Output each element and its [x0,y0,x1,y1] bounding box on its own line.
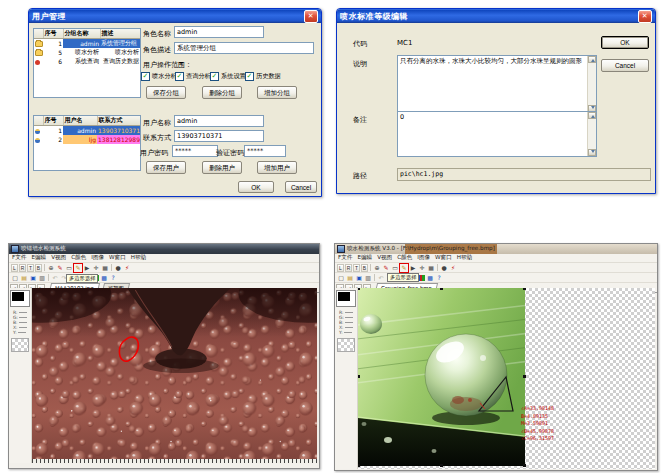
menu-view[interactable]: V视图 [51,254,66,262]
remark-textarea[interactable]: 0 [397,111,597,157]
circle-icon[interactable]: ● [440,264,448,272]
checkbox-system-settings[interactable]: ✓ 系统设置 [210,72,246,81]
scroll-down-icon[interactable] [588,149,596,156]
selection-handle[interactable] [440,464,443,467]
selection-handle[interactable] [440,288,443,290]
table-row[interactable]: 2 ljg 13812812989 [34,135,140,144]
circle-icon[interactable]: ● [114,264,122,272]
menu-file[interactable]: F文件 [338,254,352,262]
check-icon[interactable]: ✓ [141,72,150,81]
save-user-button[interactable]: 保存用户 [146,161,186,174]
checkbox-query-analysis[interactable]: ✓ 查询分析 [175,72,211,81]
save-icon[interactable]: ▣ [29,274,37,282]
table-row[interactable]: 1 admin 系统管理分组 [34,39,140,49]
tool-b-button[interactable]: B [361,264,368,272]
role-desc-field[interactable]: 系统管理分组 [174,42,314,54]
selection-handle[interactable] [358,464,360,467]
contact-field[interactable]: 13903710371 [174,130,264,142]
photo-canvas-leaf-droplet[interactable]: ∠A=33.98148 B=4.89135 M=3.59891 ∠B=45.99… [358,288,655,469]
scroll-up-icon[interactable] [588,56,596,63]
help-icon[interactable]: ? [435,274,443,282]
desc-textarea[interactable]: 只有分离的水珠，水珠大小比较均匀，大部分水珠呈规则的圆形 [397,55,597,113]
group-table[interactable]: 序号 分组名称 描述 1 admin 系统管理分组 5 喷水分析 喷水分析 [33,28,141,98]
delete-user-button[interactable]: 删除用户 [202,161,242,174]
menu-window[interactable]: W窗口 [435,254,452,262]
save-icon[interactable]: ▣ [355,274,363,282]
col-no[interactable]: 序号 [43,116,63,126]
selection-handle[interactable] [358,375,360,378]
pencil-icon[interactable]: ✎ [56,264,64,272]
undo-icon[interactable]: ↶ [51,274,59,282]
close-icon[interactable]: ✕ [304,10,318,23]
close-icon[interactable]: ✕ [638,10,652,23]
col-no[interactable]: 序号 [43,29,63,39]
path-field[interactable]: pic\hc1.jpg [397,168,651,181]
check-icon[interactable]: ✓ [245,72,254,81]
rect-select-icon[interactable]: ▭ [65,264,73,272]
help-icon[interactable]: ? [109,274,117,282]
print-icon[interactable]: ▥ [38,274,46,282]
delete-group-button[interactable]: 删除分组 [202,86,242,99]
ok-button[interactable]: OK [601,36,649,49]
leaf-droplet-photo[interactable] [358,288,525,466]
menu-window[interactable]: W窗口 [109,254,126,262]
image-icon[interactable]: ▩ [100,274,108,282]
selection-handle[interactable] [523,375,526,378]
menu-view[interactable]: V视图 [377,254,392,262]
flash-icon[interactable]: ⚡ [123,264,131,272]
add-user-button[interactable]: 增加用户 [257,161,297,174]
foreground-color-swatch[interactable] [336,290,356,307]
col-desc[interactable]: 描述 [100,29,140,39]
open-icon[interactable]: ▤ [346,274,354,282]
zoom-icon[interactable]: ⊕ [373,264,381,272]
password-field[interactable]: ***** [172,145,218,157]
window-titlebar[interactable]: 喷水检测系统 V3.0 - [F:\Hydrop\m\Grouping_free… [335,244,657,254]
table-row[interactable]: 1 admin 13903710371 [34,126,140,136]
polygon-select-icon[interactable]: ✎ [400,264,408,272]
window-titlebar[interactable]: 喷锚墙水检测系统 [9,244,319,254]
menu-image[interactable]: I图像 [417,254,430,262]
check-icon[interactable]: ✓ [175,72,184,81]
new-icon[interactable]: ▢ [337,274,345,282]
polygon-select-icon[interactable]: ✎ [74,264,82,272]
dialog-titlebar[interactable]: 喷水标准等级编辑 ✕ [337,9,655,23]
menu-color[interactable]: C颜色 [397,254,412,262]
tool-r-button[interactable]: R [19,264,26,272]
arrow-icon[interactable]: ▶ [409,264,417,272]
menu-edit[interactable]: E编辑 [357,254,372,262]
tool-r-button[interactable]: R [345,264,352,272]
photo-canvas-droplet-wall[interactable] [32,288,317,463]
new-icon[interactable]: ▢ [11,274,19,282]
ok-button[interactable]: OK [238,181,274,193]
foreground-color-swatch[interactable] [10,290,30,307]
selection-handle[interactable] [358,288,360,290]
cancel-button[interactable]: Cancel [601,59,649,72]
menu-help[interactable]: H帮助 [131,254,146,262]
grid-icon[interactable]: ▦ [101,264,109,272]
image-icon[interactable]: ▩ [426,274,434,282]
scrollbar[interactable] [587,56,596,112]
move-icon[interactable]: ✛ [418,264,426,272]
grid-icon[interactable]: ▦ [427,264,435,272]
tool-b-button[interactable]: B [35,264,42,272]
cancel-button[interactable]: Cancel [285,181,317,193]
user-name-field[interactable]: admin [174,115,264,127]
dialog-titlebar[interactable]: 用户管理 ✕ [29,9,321,23]
tool-t-button[interactable]: T [353,264,360,272]
menu-color[interactable]: C颜色 [71,254,86,262]
menu-help[interactable]: H帮助 [457,254,472,262]
table-row[interactable]: 6 系统查询 查询历史数据 [34,57,140,66]
checkbox-spray-analysis[interactable]: ✓ 喷水分析 [141,72,177,81]
scroll-up-icon[interactable] [588,112,596,119]
col-group-name[interactable]: 分组名称 [63,29,100,39]
open-icon[interactable]: ▤ [20,274,28,282]
checkbox-history-data[interactable]: ✓ 历史数据 [245,72,281,81]
menu-edit[interactable]: E编辑 [31,254,46,262]
col-username[interactable]: 用户名 [63,116,97,126]
check-icon[interactable]: ✓ [210,72,219,81]
menu-image[interactable]: I图像 [91,254,104,262]
undo-icon[interactable]: ↶ [377,274,385,282]
verify-password-field[interactable]: ***** [244,145,286,157]
role-name-field[interactable]: admin [174,26,264,38]
move-icon[interactable]: ✛ [92,264,100,272]
